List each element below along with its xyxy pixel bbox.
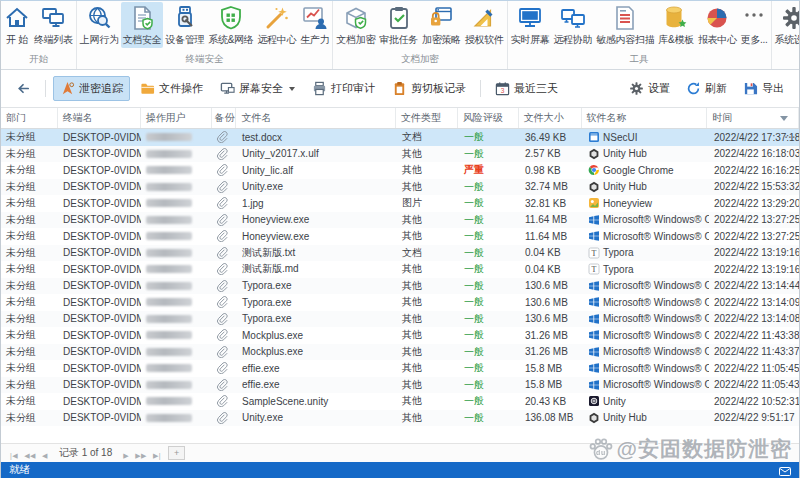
ribbon-item-sensitive-scan[interactable]: 敏感内容扫描	[594, 2, 656, 48]
cell-department: 未分组	[1, 327, 58, 344]
cell-terminal: DESKTOP-0VIDMDJ	[58, 294, 141, 311]
column-header-3[interactable]: 备份	[212, 108, 236, 128]
ribbon-item-system-network[interactable]: 系统&网络	[206, 2, 255, 48]
table-row[interactable]: 未分组DESKTOP-0VIDMDJUnity_v2017.x.ulf其他一般2…	[1, 146, 799, 163]
ribbon-group-label: 终端安全	[78, 52, 332, 69]
table-row[interactable]: 未分组DESKTOP-0VIDMDJ测试新版.txt文档一般0.04 KBTTy…	[1, 245, 799, 262]
ribbon-item-document-encrypt[interactable]: 文档加密	[334, 2, 377, 48]
paperclip-icon	[216, 329, 228, 341]
toolbar-tab-print-audit[interactable]: 打印审计	[305, 76, 382, 101]
column-header-1[interactable]: 终端名	[58, 108, 141, 128]
ribbon-item-document-security[interactable]: 文档安全	[121, 2, 164, 48]
pager-right-buttons: ▶▶▶▶|	[120, 444, 164, 462]
cell-risk: 一般	[459, 327, 520, 344]
cell-filetype: 文档	[397, 129, 459, 146]
toolbar-tab-screen-security[interactable]: 屏幕安全	[213, 76, 302, 101]
ribbon-item-more[interactable]: 更多...	[739, 2, 770, 48]
ribbon-item-internet-behavior[interactable]: 上网行为	[78, 2, 121, 48]
software-name: Microsoft® Windows® Oper...	[603, 363, 709, 374]
column-header-7[interactable]: 文件大小	[519, 108, 582, 128]
ribbon-item-home[interactable]: 开 始	[2, 2, 32, 48]
cell-department: 未分组	[1, 377, 58, 394]
ribbon-item-encrypt-policy[interactable]: 加密策略	[420, 2, 463, 48]
table-row[interactable]: 未分组DESKTOP-0VIDMDJUnity.exe其他一般136.08 MB…	[1, 410, 799, 427]
pager-next-page-button[interactable]: ▶▶	[132, 452, 150, 459]
cell-time: 2022/4/22 9:51:17	[709, 410, 799, 427]
table-row[interactable]: 未分组DESKTOP-0VIDMDJMockplus.exe其他一般31.26 …	[1, 344, 799, 361]
cell-department: 未分组	[1, 195, 58, 212]
ribbon-item-label: 敏感内容扫描	[596, 33, 654, 47]
toolbar-separator	[45, 80, 46, 97]
table-row[interactable]: 未分组DESKTOP-0VIDMDJeffie.exe其他一般15.8 MBMi…	[1, 360, 799, 377]
toolbar-actions: 设置刷新导出	[622, 76, 791, 101]
ribbon-item-remote-center[interactable]: 远程中心	[255, 2, 298, 48]
cell-filename: Unity.exe	[237, 179, 397, 196]
risk-badge: 严重	[464, 163, 484, 177]
pager-prev-button[interactable]: ◀	[39, 452, 51, 459]
cell-software: Microsoft® Windows® Oper...	[583, 294, 709, 311]
pager-last-button[interactable]: ▶|	[150, 452, 164, 459]
column-header-4[interactable]: 文件名	[236, 108, 396, 128]
cell-backup	[213, 294, 237, 311]
column-header-5[interactable]: 文件类型	[396, 108, 458, 128]
ribbon-item-approval-task[interactable]: 审批任务	[377, 2, 420, 48]
table-row[interactable]: 未分组DESKTOP-0VIDMDJTypora.exe其他一般130.6 MB…	[1, 278, 799, 295]
toolbar-tab-leak-trace[interactable]: 泄密追踪	[53, 76, 130, 101]
toolbar-separator	[480, 80, 481, 97]
column-header-2[interactable]: 操作用户	[141, 108, 213, 128]
table-row[interactable]: 未分组DESKTOP-0VIDMDJMockplus.exe其他一般31.26 …	[1, 327, 799, 344]
cell-backup	[213, 195, 237, 212]
table-row[interactable]: 未分组DESKTOP-0VIDMDJ测试新版.md其他一般0.04 KBTTyp…	[1, 261, 799, 278]
ribbon-item-realtime-screen[interactable]: 实时屏幕	[509, 2, 552, 48]
cell-operator	[141, 327, 213, 344]
cell-software: Microsoft® Windows® Oper...	[583, 360, 709, 377]
table-row[interactable]: 未分组DESKTOP-0VIDMDJtest.docx文档一般36.49 KBN…	[1, 129, 799, 146]
table-row[interactable]: 未分组DESKTOP-0VIDMDJSampleScene.unity其他一般2…	[1, 393, 799, 410]
cell-department: 未分组	[1, 393, 58, 410]
toolbar-tab-file-operations[interactable]: 文件操作	[133, 76, 210, 101]
table-row[interactable]: 未分组DESKTOP-0VIDMDJTypora.exe其他一般130.6 MB…	[1, 311, 799, 328]
ribbon-item-system-settings[interactable]: 系统设置	[773, 2, 799, 48]
pager-add-button[interactable]: +	[168, 446, 185, 460]
column-header-8[interactable]: 软件名称	[582, 108, 708, 128]
pager-prev-page-button[interactable]: ◀◀	[21, 452, 39, 459]
cell-terminal: DESKTOP-0VIDMDJ	[58, 162, 141, 179]
column-header-6[interactable]: 风险评级	[458, 108, 519, 128]
cell-terminal: DESKTOP-0VIDMDJ	[58, 129, 141, 146]
toolbar-action-refresh[interactable]: 刷新	[679, 76, 734, 101]
table-row[interactable]: 未分组DESKTOP-0VIDMDJeffie.exe其他一般15.8 MBMi…	[1, 377, 799, 394]
cell-filesize: 0.04 KB	[520, 261, 583, 278]
table-row[interactable]: 未分组DESKTOP-0VIDMDJHoneyview.exe其他一般11.64…	[1, 228, 799, 245]
paperclip-icon	[216, 214, 228, 226]
cell-filetype: 其他	[397, 393, 459, 410]
table-row[interactable]: 未分组DESKTOP-0VIDMDJUnity.exe其他一般32.74 MBU…	[1, 179, 799, 196]
table-row[interactable]: 未分组DESKTOP-0VIDMDJUnity_lic.alf其他严重0.98 …	[1, 162, 799, 179]
toolbar-tab-clipboard-records[interactable]: 剪切板记录	[385, 76, 473, 101]
cell-terminal: DESKTOP-0VIDMDJ	[58, 377, 141, 394]
ribbon-item-authorized-software[interactable]: 授权软件	[463, 2, 506, 48]
column-header-9[interactable]: 时间	[707, 108, 799, 128]
ribbon-item-terminal-list[interactable]: 终端列表	[32, 2, 75, 48]
ribbon-item-report-center[interactable]: 报表中心	[696, 2, 739, 48]
risk-badge: 一般	[464, 180, 484, 194]
cell-filesize: 36.49 KB	[520, 129, 583, 146]
statusbar-message-icon[interactable]	[779, 466, 791, 475]
table-row[interactable]: 未分组DESKTOP-0VIDMDJTypora.exe其他一般130.6 MB…	[1, 294, 799, 311]
cell-filesize: 31.26 MB	[520, 344, 583, 361]
pager-first-button[interactable]: |◀	[7, 452, 21, 459]
cell-terminal: DESKTOP-0VIDMDJ	[58, 228, 141, 245]
row-more-button[interactable]: ...	[785, 129, 796, 140]
toolbar-filter-calendar[interactable]: 3最近三天	[488, 76, 565, 101]
ribbon-item-library-template[interactable]: 库&模板	[656, 2, 695, 48]
ribbon-item-productivity[interactable]: 生产力	[298, 2, 331, 48]
toolbar-action-gear-small[interactable]: 设置	[622, 76, 677, 101]
ribbon-item-device-management[interactable]: 设备管理	[163, 2, 206, 48]
back-button[interactable]	[9, 76, 38, 101]
toolbar-action-export[interactable]: 导出	[736, 76, 791, 101]
software-name: Microsoft® Windows® Oper...	[603, 313, 709, 324]
table-row[interactable]: 未分组DESKTOP-0VIDMDJ1.jpg图片一般32.81 KBHoney…	[1, 195, 799, 212]
pager-next-button[interactable]: ▶	[120, 452, 132, 459]
column-header-0[interactable]: 部门	[1, 108, 58, 128]
table-row[interactable]: 未分组DESKTOP-0VIDMDJHoneyview.exe其他一般11.64…	[1, 212, 799, 229]
ribbon-item-remote-assist[interactable]: 远程协助	[551, 2, 594, 48]
